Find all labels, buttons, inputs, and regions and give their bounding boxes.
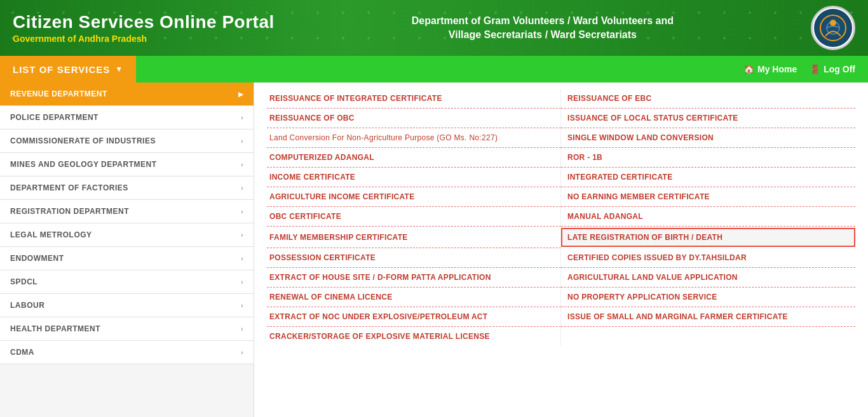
- chevron-right-icon: ›: [241, 161, 243, 168]
- service-late-registration-birth-death[interactable]: LATE REGISTRATION OF BIRTH / DEATH: [561, 228, 855, 247]
- sidebar-label-spdcl: SPDCL: [10, 277, 37, 286]
- service-extract-house-site[interactable]: EXTRACT OF HOUSE SITE / D-FORM PATTA APP…: [267, 268, 561, 288]
- sidebar-label-cdma: CDMA: [10, 348, 34, 357]
- svg-point-0: [820, 15, 846, 41]
- sidebar-label-labour: LABOUR: [10, 301, 44, 310]
- service-cracker-storage[interactable]: CRACKER/STORAGE OF EXPLOSIVE MATERIAL LI…: [267, 327, 561, 346]
- chevron-right-icon: ›: [241, 114, 243, 121]
- sidebar-item-cdma[interactable]: CDMA ›: [0, 341, 254, 364]
- header: Citizen Services Online Portal Governmen…: [0, 0, 868, 56]
- sidebar-item-commissionerate[interactable]: COMMISSIONERATE OF INDUSTRIES ›: [0, 129, 254, 153]
- log-off-label: Log Off: [824, 64, 855, 74]
- sidebar-label-registration: REGISTRATION DEPARTMENT: [10, 207, 129, 216]
- sidebar-label-legal: LEGAL METROLOGY: [10, 230, 92, 239]
- service-certified-copies[interactable]: CERTIFIED COPIES ISSUED BY DY.TAHSILDAR: [561, 248, 855, 268]
- service-no-property[interactable]: NO PROPERTY APPLICATION SERVICE: [561, 288, 855, 307]
- main-content: REVENUE DEPARTMENT ▶ POLICE DEPARTMENT ›…: [0, 83, 868, 417]
- log-off-link[interactable]: 🚪 Log Off: [810, 64, 855, 74]
- service-reissuance-obc[interactable]: REISSUANCE OF OBC: [267, 109, 561, 128]
- chevron-right-icon: ›: [241, 185, 243, 192]
- logout-icon: 🚪: [810, 64, 820, 74]
- service-income-certificate[interactable]: INCOME CERTIFICATE: [267, 168, 561, 187]
- sidebar-label-endowment: ENDOWMENT: [10, 254, 64, 263]
- dropdown-arrow-icon: ▼: [115, 65, 123, 74]
- my-home-link[interactable]: 🏠 My Home: [743, 64, 797, 74]
- chevron-right-icon: ▶: [238, 91, 244, 98]
- service-integrated-certificate[interactable]: INTEGRATED CERTIFICATE: [561, 168, 855, 187]
- sidebar-item-mines[interactable]: MINES AND GEOLOGY DEPARTMENT ›: [0, 153, 254, 176]
- navbar: LIST OF SERVICES ▼ 🏠 My Home 🚪 Log Off: [0, 56, 868, 83]
- sidebar-item-registration[interactable]: REGISTRATION DEPARTMENT ›: [0, 200, 254, 223]
- sidebar-label-police: POLICE DEPARTMENT: [10, 113, 98, 122]
- sidebar-label-revenue: REVENUE DEPARTMENT: [10, 89, 107, 98]
- header-left: Citizen Services Online Portal Governmen…: [13, 12, 275, 44]
- sidebar-item-endowment[interactable]: ENDOWMENT ›: [0, 247, 254, 270]
- portal-title: Citizen Services Online Portal: [13, 12, 275, 32]
- service-ror1b[interactable]: ROR - 1B: [561, 148, 855, 168]
- service-reissuance-integrated[interactable]: REISSUANCE OF INTEGRATED CERTIFICATE: [267, 89, 561, 109]
- service-agriculture-income[interactable]: AGRICULTURE INCOME CERTIFICATE: [267, 187, 561, 207]
- nav-right: 🏠 My Home 🚪 Log Off: [743, 64, 868, 74]
- services-panel: REISSUANCE OF INTEGRATED CERTIFICATE REI…: [254, 83, 868, 417]
- logo: [811, 6, 855, 50]
- logo-inner: [814, 9, 852, 47]
- service-issuance-local-status[interactable]: ISSUANCE OF LOCAL STATUS CERTIFICATE: [561, 109, 855, 128]
- service-extract-noc[interactable]: EXTRACT OF NOC UNDER EXPLOSIVE/PETROLEUM…: [267, 307, 561, 327]
- sidebar-item-factories[interactable]: DEPARTMENT OF FACTORIES ›: [0, 176, 254, 200]
- list-services-button[interactable]: LIST OF SERVICES ▼: [0, 56, 136, 83]
- sidebar-item-police[interactable]: POLICE DEPARTMENT ›: [0, 106, 254, 129]
- sidebar-item-spdcl[interactable]: SPDCL ›: [0, 270, 254, 294]
- chevron-right-icon: ›: [241, 302, 243, 309]
- service-computerized-adangal[interactable]: COMPUTERIZED ADANGAL: [267, 148, 561, 168]
- sidebar-label-commissionerate: COMMISSIONERATE OF INDUSTRIES: [10, 136, 156, 145]
- service-no-earning-member[interactable]: NO EARNING MEMBER CERTIFICATE: [561, 187, 855, 207]
- chevron-right-icon: ›: [241, 232, 243, 239]
- service-obc-certificate[interactable]: OBC CERTIFICATE: [267, 207, 561, 227]
- service-renewal-cinema[interactable]: RENEWAL OF CINEMA LICENCE: [267, 288, 561, 307]
- list-services-label: LIST OF SERVICES: [13, 64, 110, 75]
- service-reissuance-ebc[interactable]: REISSUANCE OF EBC: [561, 89, 855, 109]
- sidebar-item-labour[interactable]: LABOUR ›: [0, 294, 254, 317]
- service-single-window[interactable]: SINGLE WINDOW LAND CONVERSION: [561, 128, 855, 148]
- chevron-right-icon: ›: [241, 208, 243, 215]
- service-issue-small-farmer[interactable]: ISSUE OF SMALL AND MARGINAL FARMER CERTI…: [561, 307, 855, 327]
- sidebar-item-health[interactable]: HEALTH DEPARTMENT ›: [0, 317, 254, 341]
- my-home-label: My Home: [757, 64, 797, 74]
- chevron-right-icon: ›: [241, 326, 243, 333]
- service-family-membership[interactable]: FAMILY MEMBERSHIP CERTIFICATE: [267, 227, 561, 248]
- sidebar-item-revenue[interactable]: REVENUE DEPARTMENT ▶: [0, 83, 254, 106]
- sidebar-label-factories: DEPARTMENT OF FACTORIES: [10, 183, 128, 192]
- portal-subtitle: Government of Andhra Pradesh: [13, 34, 275, 44]
- chevron-right-icon: ›: [241, 255, 243, 262]
- sidebar: REVENUE DEPARTMENT ▶ POLICE DEPARTMENT ›…: [0, 83, 254, 417]
- sidebar-label-health: HEALTH DEPARTMENT: [10, 324, 100, 333]
- sidebar-item-legal[interactable]: LEGAL METROLOGY ›: [0, 223, 254, 247]
- home-icon: 🏠: [743, 64, 754, 74]
- sidebar-label-mines: MINES AND GEOLOGY DEPARTMENT: [10, 160, 156, 169]
- service-land-conversion[interactable]: Land Conversion For Non-Agriculture Purp…: [267, 128, 561, 148]
- service-empty: [561, 327, 855, 346]
- service-possession-certificate[interactable]: POSSESSION CERTIFICATE: [267, 248, 561, 268]
- chevron-right-icon: ›: [241, 279, 243, 286]
- department-name: Department of Gram Volunteers / Ward Vol…: [412, 14, 674, 43]
- chevron-right-icon: ›: [241, 138, 243, 145]
- service-agricultural-land-value[interactable]: AGRICULTURAL LAND VALUE APPLICATION: [561, 268, 855, 288]
- chevron-right-icon: ›: [241, 349, 243, 356]
- service-manual-adangal[interactable]: MANUAL ADANGAL: [561, 207, 855, 227]
- svg-point-1: [830, 20, 836, 26]
